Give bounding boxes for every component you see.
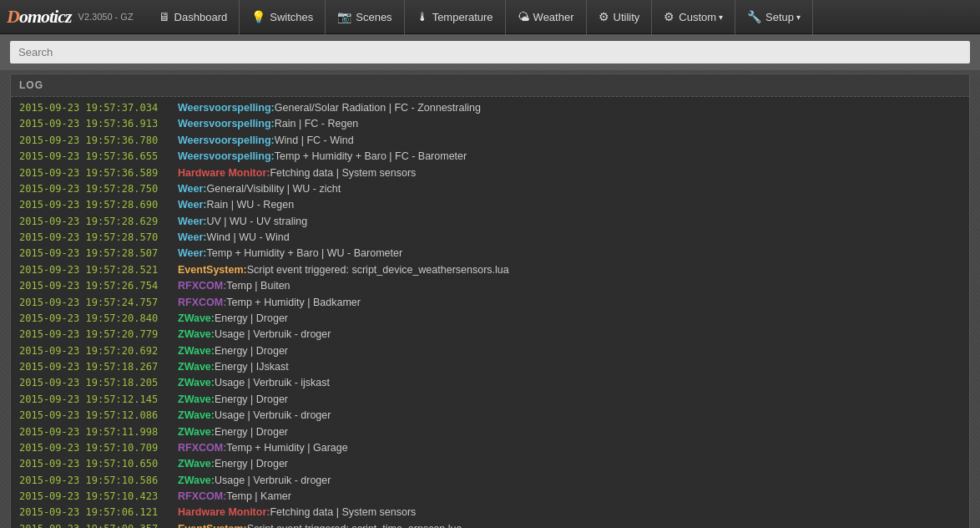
utility-icon: ⚙ bbox=[599, 10, 609, 23]
log-message: Temp | Buiten bbox=[226, 278, 290, 294]
log-header: LOG bbox=[11, 74, 969, 97]
nav-item-temperature[interactable]: 🌡Temperature bbox=[405, 0, 506, 34]
log-time: 2015-09-23 19:57:28.521 bbox=[19, 262, 178, 278]
nav-label-setup: Setup bbox=[765, 11, 794, 23]
log-time: 2015-09-23 19:57:28.690 bbox=[19, 197, 178, 213]
nav-item-switches[interactable]: 💡Switches bbox=[240, 0, 326, 34]
log-source: ZWave: bbox=[178, 408, 215, 424]
brand-version: V2.3050 - GZ bbox=[78, 12, 134, 22]
log-time: 2015-09-23 19:57:36.780 bbox=[19, 133, 178, 149]
log-message: Usage | Verbruik - droger bbox=[215, 327, 331, 343]
log-message: Script event triggered: script_device_we… bbox=[247, 262, 509, 278]
log-source: Hardware Monitor: bbox=[178, 505, 270, 520]
log-source: RFXCOM: bbox=[178, 278, 226, 294]
nav-item-dashboard[interactable]: 🖥Dashboard bbox=[147, 0, 240, 34]
log-row: 2015-09-23 19:57:10.586ZWave: Usage | Ve… bbox=[19, 473, 961, 489]
log-source: Weer: bbox=[178, 214, 207, 230]
log-row: 2015-09-23 19:57:20.779ZWave: Usage | Ve… bbox=[19, 327, 961, 343]
nav-item-setup[interactable]: 🔧Setup bbox=[735, 0, 813, 34]
log-time: 2015-09-23 19:57:28.629 bbox=[19, 214, 178, 230]
log-time: 2015-09-23 19:57:37.034 bbox=[19, 100, 178, 116]
log-time: 2015-09-23 19:57:36.655 bbox=[19, 149, 178, 165]
log-source: Weersvoorspelling: bbox=[178, 149, 275, 165]
log-source: Weer: bbox=[178, 181, 207, 197]
setup-icon: 🔧 bbox=[747, 10, 761, 23]
log-row: 2015-09-23 19:57:36.655Weersvoorspelling… bbox=[19, 149, 961, 165]
log-section: LOG 2015-09-23 19:57:37.034Weersvoorspel… bbox=[10, 74, 970, 528]
log-message: Usage | Verbruik - droger bbox=[215, 473, 331, 489]
log-row: 2015-09-23 19:57:10.650ZWave: Energy | D… bbox=[19, 456, 961, 472]
log-row: 2015-09-23 19:57:36.913Weersvoorspelling… bbox=[19, 116, 961, 132]
dashboard-icon: 🖥 bbox=[159, 10, 170, 23]
log-time: 2015-09-23 19:57:10.709 bbox=[19, 440, 178, 456]
log-row: 2015-09-23 19:57:24.757RFXCOM: Temp + Hu… bbox=[19, 295, 961, 311]
nav-label-scenes: Scenes bbox=[356, 11, 391, 23]
search-input[interactable] bbox=[10, 41, 970, 63]
log-source: EventSystem: bbox=[178, 262, 247, 278]
log-row: 2015-09-23 19:57:28.521EventSystem: Scri… bbox=[19, 262, 961, 278]
brand: Domoticz V2.3050 - GZ bbox=[7, 6, 134, 28]
log-row: 2015-09-23 19:57:18.205ZWave: Usage | Ve… bbox=[19, 375, 961, 391]
log-time: 2015-09-23 19:57:28.570 bbox=[19, 230, 178, 246]
log-source: ZWave: bbox=[178, 343, 215, 359]
log-source: Weer: bbox=[178, 246, 207, 261]
log-row: 2015-09-23 19:57:26.754RFXCOM: Temp | Bu… bbox=[19, 278, 961, 294]
log-row: 2015-09-23 19:57:36.780Weersvoorspelling… bbox=[19, 133, 961, 149]
log-message: Script event triggered: script_time_arps… bbox=[247, 521, 462, 528]
log-time: 2015-09-23 19:57:20.840 bbox=[19, 311, 178, 327]
nav-item-custom[interactable]: ⚙Custom bbox=[652, 0, 735, 34]
log-source: RFXCOM: bbox=[178, 295, 226, 311]
log-source: ZWave: bbox=[178, 456, 215, 472]
log-source: EventSystem: bbox=[178, 521, 247, 528]
log-row: 2015-09-23 19:57:11.998ZWave: Energy | D… bbox=[19, 424, 961, 440]
nav-label-weather: Weather bbox=[533, 11, 574, 23]
log-row: 2015-09-23 19:57:28.629Weer: UV | WU - U… bbox=[19, 214, 961, 230]
temperature-icon: 🌡 bbox=[417, 10, 428, 23]
log-time: 2015-09-23 19:57:36.913 bbox=[19, 116, 178, 132]
log-time: 2015-09-23 19:57:10.423 bbox=[19, 489, 178, 505]
custom-icon: ⚙ bbox=[664, 10, 674, 23]
log-source: Weer: bbox=[178, 230, 207, 246]
log-message: Fetching data | System sensors bbox=[270, 505, 416, 520]
log-time: 2015-09-23 19:57:18.205 bbox=[19, 375, 178, 391]
log-time: 2015-09-23 19:57:28.750 bbox=[19, 181, 178, 197]
log-row: 2015-09-23 19:57:20.692ZWave: Energy | D… bbox=[19, 343, 961, 359]
nav-label-temperature: Temperature bbox=[432, 11, 493, 23]
log-message: Temp + Humidity | Badkamer bbox=[226, 295, 361, 311]
log-row: 2015-09-23 19:57:10.423RFXCOM: Temp | Ka… bbox=[19, 489, 961, 505]
log-message: Temp + Humidity | Garage bbox=[226, 440, 347, 456]
log-message: Energy | Droger bbox=[215, 311, 288, 327]
log-message: Temp + Humidity + Baro | FC - Barometer bbox=[275, 149, 467, 165]
log-time: 2015-09-23 19:57:18.267 bbox=[19, 359, 178, 375]
log-message: Wind | WU - Wind bbox=[207, 230, 290, 246]
log-row: 2015-09-23 19:57:20.840ZWave: Energy | D… bbox=[19, 311, 961, 327]
log-message: General/Visibility | WU - zicht bbox=[207, 181, 341, 197]
log-time: 2015-09-23 19:57:24.757 bbox=[19, 295, 178, 311]
nav-item-weather[interactable]: 🌤Weather bbox=[506, 0, 587, 34]
log-source: Weersvoorspelling: bbox=[178, 116, 275, 132]
nav-label-custom: Custom bbox=[679, 11, 716, 23]
log-source: RFXCOM: bbox=[178, 489, 226, 505]
log-message: Wind | FC - Wind bbox=[275, 133, 354, 149]
nav-items: 🖥Dashboard💡Switches📷Scenes🌡Temperature🌤W… bbox=[147, 0, 973, 33]
log-message: Fetching data | System sensors bbox=[270, 165, 416, 181]
log-message: Energy | Droger bbox=[215, 424, 288, 440]
log-source: ZWave: bbox=[178, 473, 215, 489]
nav-item-utility[interactable]: ⚙Utility bbox=[587, 0, 653, 34]
nav-label-dashboard: Dashboard bbox=[174, 11, 228, 23]
log-row: 2015-09-23 19:57:10.709RFXCOM: Temp + Hu… bbox=[19, 440, 961, 456]
log-row: 2015-09-23 19:57:28.690Weer: Rain | WU -… bbox=[19, 197, 961, 213]
log-source: Hardware Monitor: bbox=[178, 165, 270, 181]
scenes-icon: 📷 bbox=[337, 10, 351, 23]
brand-logo: Domoticz bbox=[7, 6, 72, 28]
log-time: 2015-09-23 19:57:06.121 bbox=[19, 505, 178, 520]
log-message: Rain | FC - Regen bbox=[275, 116, 359, 132]
nav-label-switches: Switches bbox=[270, 11, 313, 23]
log-time: 2015-09-23 19:57:36.589 bbox=[19, 165, 178, 181]
log-row: 2015-09-23 19:57:28.570Weer: Wind | WU -… bbox=[19, 230, 961, 246]
log-time: 2015-09-23 19:57:12.086 bbox=[19, 408, 178, 424]
log-row: 2015-09-23 19:57:28.750Weer: General/Vis… bbox=[19, 181, 961, 197]
log-time: 2015-09-23 19:57:12.145 bbox=[19, 392, 178, 408]
nav-item-scenes[interactable]: 📷Scenes bbox=[326, 0, 404, 34]
weather-icon: 🌤 bbox=[518, 10, 529, 23]
